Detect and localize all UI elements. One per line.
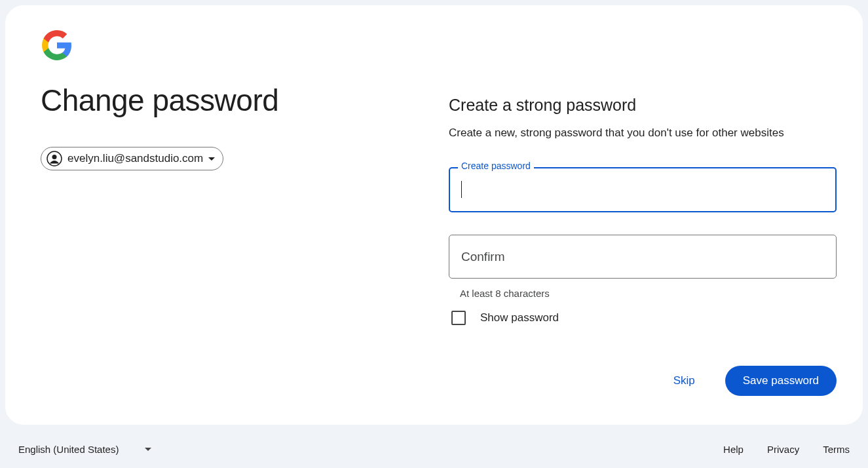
create-password-label: Create password [458, 161, 534, 171]
action-row: Skip Save password [449, 366, 837, 399]
account-email: evelyn.liu@sandstudio.com [67, 152, 203, 165]
google-logo-icon [41, 29, 421, 64]
save-password-button[interactable]: Save password [725, 366, 837, 396]
password-hint: At least 8 characters [460, 288, 837, 299]
create-password-field-wrap: Create password [449, 167, 837, 212]
page-title: Change password [41, 83, 421, 118]
left-column: Change password evelyn.liu@sandstudio.co… [31, 29, 421, 399]
confirm-password-input[interactable] [449, 235, 837, 279]
right-column: Create a strong password Create a new, s… [421, 29, 837, 399]
avatar-icon [47, 151, 62, 166]
caret-down-icon [145, 448, 151, 451]
show-password-checkbox[interactable] [451, 311, 466, 325]
language-label: English (United States) [18, 444, 119, 455]
show-password-label: Show password [480, 311, 559, 324]
section-description: Create a new, strong password that you d… [449, 127, 837, 140]
privacy-link[interactable]: Privacy [767, 444, 799, 455]
svg-point-1 [52, 155, 57, 159]
main-card: Change password evelyn.liu@sandstudio.co… [5, 5, 863, 425]
show-password-row: Show password [451, 311, 837, 325]
footer: English (United States) Help Privacy Ter… [0, 430, 868, 468]
text-caret-icon [461, 181, 462, 198]
section-title: Create a strong password [449, 96, 837, 115]
skip-button[interactable]: Skip [664, 368, 704, 394]
terms-link[interactable]: Terms [823, 444, 850, 455]
caret-down-icon [208, 157, 215, 161]
help-link[interactable]: Help [723, 444, 744, 455]
footer-links: Help Privacy Terms [723, 444, 850, 455]
account-switcher[interactable]: evelyn.liu@sandstudio.com [41, 147, 223, 170]
language-selector[interactable]: English (United States) [18, 444, 151, 455]
create-password-input[interactable] [449, 167, 837, 212]
confirm-password-field-wrap [449, 235, 837, 279]
